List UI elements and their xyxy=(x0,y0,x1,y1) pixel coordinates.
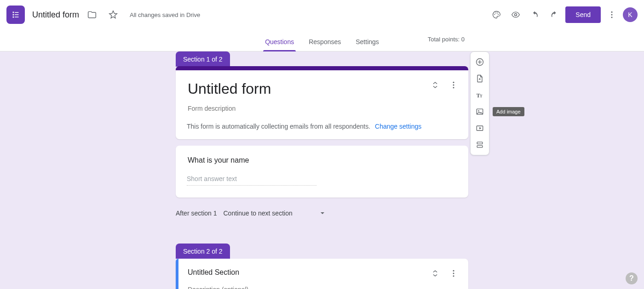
svg-point-2 xyxy=(497,12,498,13)
add-question-icon[interactable] xyxy=(472,55,488,69)
section1-tab: Section 1 of 2 xyxy=(176,51,230,67)
section2-title-card[interactable] xyxy=(176,259,468,289)
svg-point-9 xyxy=(453,85,454,86)
section2-more-icon[interactable] xyxy=(446,266,461,281)
help-icon[interactable]: ? xyxy=(626,272,638,284)
svg-text:T: T xyxy=(480,94,483,98)
svg-point-6 xyxy=(611,14,613,16)
add-video-icon[interactable] xyxy=(472,121,488,136)
floating-toolbar: TT Add image xyxy=(470,51,489,155)
after-section-dropdown[interactable]: Continue to next section xyxy=(224,209,325,218)
palette-icon[interactable] xyxy=(488,6,505,23)
add-section-icon[interactable] xyxy=(472,137,488,152)
email-collection-notice: This form is automatically collecting em… xyxy=(187,123,457,130)
question-title-input[interactable] xyxy=(187,156,430,165)
change-settings-link[interactable]: Change settings xyxy=(375,123,421,130)
after-section-value: Continue to next section xyxy=(224,210,293,217)
title-area: Untitled form xyxy=(32,6,121,23)
svg-point-0 xyxy=(494,14,495,15)
svg-rect-23 xyxy=(477,146,483,147)
svg-point-13 xyxy=(453,276,454,277)
section-more-icon[interactable] xyxy=(446,78,461,92)
collapse-section-icon[interactable] xyxy=(428,78,443,92)
section2-description-input[interactable] xyxy=(187,285,403,289)
form-title-input[interactable] xyxy=(187,79,403,98)
account-avatar[interactable]: K xyxy=(623,7,638,22)
forms-logo-icon[interactable] xyxy=(6,6,25,24)
tab-responses[interactable]: Responses xyxy=(308,38,342,51)
star-icon[interactable] xyxy=(105,6,121,23)
svg-point-4 xyxy=(515,14,517,16)
more-options-icon[interactable] xyxy=(604,6,620,23)
header-actions: Send K xyxy=(488,6,638,23)
form-canvas: Section 1 of 2 This form is automaticall… xyxy=(0,51,644,289)
after-section-row: After section 1 Continue to next section xyxy=(176,209,468,218)
move-to-folder-icon[interactable] xyxy=(84,6,100,23)
import-questions-icon[interactable] xyxy=(472,71,488,86)
save-status: All changes saved in Drive xyxy=(130,11,200,18)
tab-questions[interactable]: Questions xyxy=(264,38,295,51)
svg-rect-22 xyxy=(477,142,483,144)
svg-point-12 xyxy=(453,273,454,274)
svg-point-5 xyxy=(611,11,613,13)
section2-title-input[interactable] xyxy=(187,268,403,277)
email-collection-text: This form is automatically collecting em… xyxy=(187,123,370,130)
svg-point-3 xyxy=(498,14,499,15)
short-answer-placeholder: Short answer text xyxy=(187,175,316,186)
form-description-input[interactable] xyxy=(187,104,430,113)
redo-icon[interactable] xyxy=(546,6,563,23)
svg-point-7 xyxy=(611,17,613,18)
undo-icon[interactable] xyxy=(527,6,543,23)
svg-point-8 xyxy=(453,82,454,83)
tab-settings[interactable]: Settings xyxy=(355,38,380,51)
document-title[interactable]: Untitled form xyxy=(32,10,79,20)
svg-point-1 xyxy=(495,12,496,13)
question-card-1[interactable]: Short answer text xyxy=(176,146,468,198)
svg-point-11 xyxy=(453,270,454,272)
app-header: Untitled form All changes saved in Drive… xyxy=(0,0,644,29)
section1-title-card[interactable]: This form is automatically collecting em… xyxy=(176,66,468,139)
after-section-label: After section 1 xyxy=(176,210,217,217)
tabs-row: Questions Responses Settings Total point… xyxy=(0,29,644,51)
svg-point-10 xyxy=(453,87,454,88)
add-title-icon[interactable]: TT xyxy=(472,88,488,102)
send-button[interactable]: Send xyxy=(565,6,601,23)
add-image-icon[interactable]: Add image xyxy=(472,104,488,119)
add-image-tooltip: Add image xyxy=(493,107,524,116)
chevron-down-icon xyxy=(320,211,325,215)
section2-tab: Section 2 of 2 xyxy=(176,244,230,259)
preview-icon[interactable] xyxy=(507,6,524,23)
collapse-section2-icon[interactable] xyxy=(428,266,443,281)
total-points-label: Total points: 0 xyxy=(428,36,465,43)
svg-point-20 xyxy=(478,110,479,112)
